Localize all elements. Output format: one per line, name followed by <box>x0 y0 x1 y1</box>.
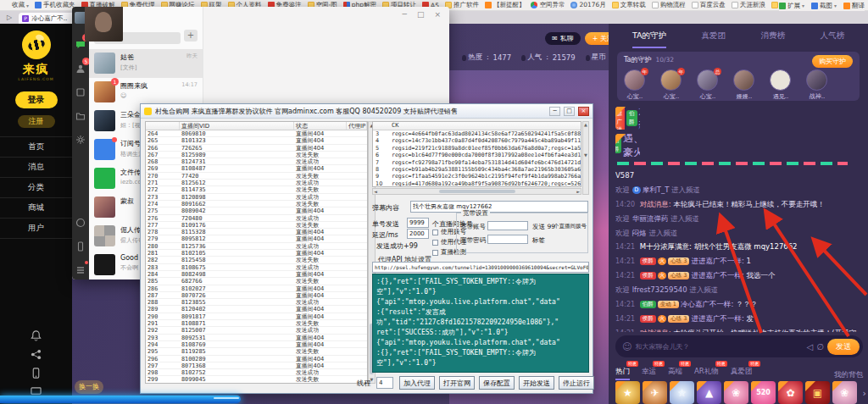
chat-input[interactable] <box>635 343 803 351</box>
delay-input[interactable] <box>407 229 429 239</box>
table-row[interactable]: 271 8125612 发送成功 <box>146 180 367 186</box>
maximize-button[interactable]: □ <box>564 107 575 116</box>
send-button[interactable]: 发送 <box>827 339 860 355</box>
minimize-icon[interactable]: ─ <box>403 10 407 19</box>
horn-icon[interactable]: ◁ <box>807 342 814 351</box>
table-row[interactable]: 279 8095812 直播间404 <box>146 235 367 242</box>
moments-icon[interactable] <box>75 215 86 225</box>
table-row[interactable]: 284 8082498 直播间404 <box>146 271 367 278</box>
ck-hscrollbar[interactable]: ◄► <box>372 188 581 195</box>
browser-tool-button[interactable]: 翻译 <box>843 2 865 10</box>
bookmark-item[interactable]: 文章转载 <box>612 1 646 9</box>
table-row[interactable]: 273 8120898 发送成功 <box>146 194 367 201</box>
tool-action-button[interactable]: 保存配置 <box>479 376 515 390</box>
message-username[interactable]: 火遇、豪火灭魂 <box>639 107 640 130</box>
bookmark-item[interactable]: 推广软件 <box>445 1 479 9</box>
message-username[interactable]: 对战消息: <box>640 200 671 208</box>
gift-item[interactable]: ✿ <box>778 381 803 404</box>
sidebar-toggle-icon[interactable]: ▷ <box>7 14 12 21</box>
table-row[interactable]: 296 8100289 直播间404 <box>146 356 367 362</box>
table-row[interactable]: 286 8102027 直播间404 <box>146 285 367 292</box>
ck-row[interactable]: 7 regsc=fc92798a71fbe90fa14eba7531814d41… <box>373 159 581 166</box>
table-row[interactable]: 282 8125458 发送失败 <box>146 257 367 263</box>
table-row[interactable]: 298 8102752 发送成功 <box>146 369 367 376</box>
table-row[interactable]: 274 8091662 发送失败 <box>146 201 367 208</box>
thread-input[interactable] <box>376 377 393 389</box>
danmu-content-input[interactable] <box>410 201 588 213</box>
gift-tab[interactable]: 真爱团 特惠 <box>731 362 753 380</box>
tool-action-button[interactable]: 加入代理 <box>399 376 435 390</box>
chat-list-item[interactable]: 1 圈圈来疯 14:17 ☺ <box>89 78 203 107</box>
browser-tool-button[interactable]: 截图 ▾ <box>811 2 837 10</box>
bookmark-item[interactable]: 购物流程 <box>652 1 686 9</box>
table-row[interactable]: 270 77420 发送失败 <box>146 173 367 180</box>
gift-item[interactable]: ☆ <box>670 381 694 404</box>
table-row[interactable]: 293 8092531 直播间404 <box>146 335 367 341</box>
gift-item[interactable]: ▣ <box>805 381 830 404</box>
gear-icon[interactable] <box>75 132 86 142</box>
message-username[interactable]: 火遇、豪火灭魂 <box>623 134 640 157</box>
sidebar-nav-item[interactable]: 用户 <box>0 218 72 239</box>
table-row[interactable]: 265 8101323 直播间404 <box>146 137 367 144</box>
bookmark-item[interactable]: 【新提醒】 <box>485 1 526 9</box>
gift-tab[interactable]: 热门 特惠 <box>615 362 630 380</box>
table-row[interactable]: 285 682766 发送失败 <box>146 278 367 285</box>
menu-icon[interactable] <box>75 263 86 273</box>
table-row[interactable]: 277 8109176 发送失败 <box>146 222 367 229</box>
sidebar-nav-item[interactable]: 商城 <box>0 197 72 218</box>
guardian-member[interactable]: 总 心宝.. <box>697 69 719 101</box>
table-row[interactable]: 299 8099045 发送失败 <box>146 376 367 383</box>
panel-tab[interactable]: 消费榜 <box>761 30 786 48</box>
buy-guardian-button[interactable]: 购买守护 <box>812 55 853 68</box>
table-row[interactable]: 289 8120402 直播间404 <box>146 306 367 313</box>
table-row[interactable]: 264 8069810 直播间404 <box>146 130 367 137</box>
table-row[interactable]: 267 8125989 发送失败 <box>146 152 367 158</box>
single-send-input[interactable] <box>407 218 429 228</box>
bookmark-item[interactable]: 空间异常 <box>531 1 565 9</box>
gift-item[interactable]: ✈ <box>643 381 667 404</box>
tool-action-button[interactable]: 开始发送 <box>519 376 554 390</box>
gift-tab-bag[interactable]: 我的背包 <box>834 366 863 380</box>
panel-tab[interactable]: 人气榜 <box>820 30 844 48</box>
favorites-icon[interactable] <box>75 85 86 95</box>
minimize-button[interactable]: ─ <box>549 107 560 116</box>
table-row[interactable]: 290 8091817 直播间404 <box>146 313 367 320</box>
contacts-icon[interactable]: 5 <box>75 61 86 71</box>
close-button[interactable]: × <box>578 107 589 116</box>
gift-item[interactable]: ★ <box>615 381 640 404</box>
table-row[interactable]: 292 8125007 发送成功 <box>146 327 367 334</box>
table-row[interactable]: 272 8114735 发送失败 <box>146 186 367 193</box>
message-username[interactable]: 摩利T_T <box>643 185 670 194</box>
ck-row[interactable]: 5 regsid=219f21c91889a8dc01eef85f0bb63da… <box>373 145 581 152</box>
maximize-icon[interactable]: □ <box>417 10 425 19</box>
message-username[interactable]: 进进嘉广不一样: <box>691 257 743 265</box>
guardian-member[interactable]: 年 心宝.. <box>660 69 682 101</box>
bookmark-item[interactable]: 百度云盘 <box>692 1 726 9</box>
message-username[interactable]: 对战消息: <box>640 329 671 332</box>
table-row[interactable]: 266 726265 直播间404 <box>146 145 367 152</box>
gift-item[interactable]: 520 <box>751 381 776 404</box>
message-username[interactable]: 闷烙 <box>632 229 647 237</box>
register-button[interactable]: 注册 <box>18 115 55 128</box>
sidebar-nav-item[interactable]: 分类 <box>0 177 72 197</box>
table-row[interactable]: 288 8123855 发送成功 <box>146 299 367 306</box>
bookmark-item[interactable]: 收藏 ▾ <box>3 1 29 9</box>
mobile-icon[interactable] <box>75 239 86 249</box>
tool-action-button[interactable]: 打开官网 <box>439 376 475 390</box>
sidebar-nav-item[interactable]: 首页 <box>0 136 72 157</box>
table-row[interactable]: 287 8070726 直播间404 <box>146 292 367 299</box>
bookmark-item[interactable]: 天涯新浪 <box>732 1 765 9</box>
message-username[interactable]: 进进嘉广不一样: <box>691 314 743 323</box>
close-icon[interactable]: × <box>434 10 441 19</box>
phone-icon[interactable] <box>31 368 42 379</box>
mute-icon[interactable]: ∅ <box>816 342 824 351</box>
ck-row[interactable]: 10 regsid=417d680a192ca49ba8f9f5a90876d9… <box>373 180 581 187</box>
gift-tab[interactable]: AR礼物 特惠 <box>694 362 719 380</box>
sidebar-nav-item[interactable]: 消息 <box>0 157 72 177</box>
gift-tab[interactable]: 幸运 特惠 <box>642 362 656 380</box>
gift-item[interactable]: ▲ <box>697 381 721 404</box>
tool-action-button[interactable]: 停止运行 <box>559 376 594 390</box>
table-row[interactable]: 275 8089042 直播间404 <box>146 208 367 214</box>
table-row[interactable]: 283 8108675 发送成功 <box>146 264 367 271</box>
table-row[interactable]: 269 8108487 直播间404 <box>146 165 367 172</box>
